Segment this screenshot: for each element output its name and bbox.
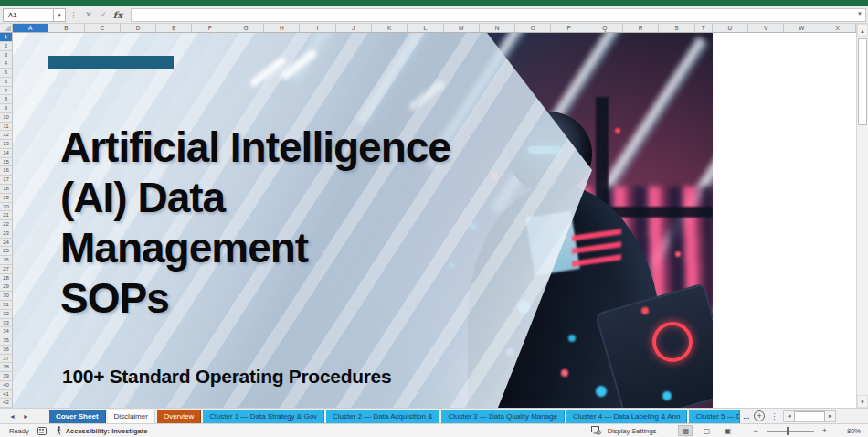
row-header-14[interactable]: 14 — [0, 149, 13, 158]
row-header-11[interactable]: 11 — [0, 123, 13, 132]
column-header-L[interactable]: L — [408, 24, 443, 33]
sheet-tab-cluster-5-d[interactable]: Cluster 5 — D — [689, 410, 740, 423]
row-header-41[interactable]: 41 — [0, 390, 13, 400]
column-header-P[interactable]: P — [551, 24, 587, 33]
column-header-G[interactable]: G — [228, 24, 264, 33]
row-header-10[interactable]: 10 — [0, 113, 13, 123]
column-header-F[interactable]: F — [192, 24, 228, 33]
row-header-9[interactable]: 9 — [0, 104, 13, 113]
macro-record-icon[interactable] — [37, 427, 47, 435]
row-header-23[interactable]: 23 — [0, 229, 13, 239]
column-header-H[interactable]: H — [264, 24, 300, 33]
row-header-29[interactable]: 29 — [0, 282, 13, 292]
row-header-33[interactable]: 33 — [0, 319, 13, 328]
row-header-19[interactable]: 19 — [0, 194, 13, 203]
row-header-15[interactable]: 15 — [0, 158, 13, 167]
sheet-tab-cluster-1-data-strategy-gov[interactable]: Cluster 1 — Data Strategy & Gov — [203, 410, 324, 423]
sheet-tab-cluster-2-data-acquisition[interactable]: Cluster 2 — Data Acquisition & — [326, 410, 439, 423]
select-all-button[interactable] — [0, 24, 13, 33]
horizontal-scrollbar[interactable]: ◄ ► — [783, 410, 836, 422]
zoom-slider[interactable] — [767, 431, 814, 432]
row-header-37[interactable]: 37 — [0, 355, 13, 364]
column-header-K[interactable]: K — [372, 24, 408, 33]
cancel-icon[interactable]: ✕ — [81, 10, 96, 19]
page-break-view-icon[interactable]: ▣ — [720, 425, 735, 436]
vertical-scrollbar[interactable]: ▲ ▼ — [856, 24, 868, 408]
row-header-7[interactable]: 7 — [0, 87, 13, 96]
row-header-42[interactable]: 42 — [0, 399, 13, 408]
grid-canvas[interactable]: Artificial Intelligence (AI) Data Manage… — [13, 33, 856, 408]
row-header-31[interactable]: 31 — [0, 301, 13, 310]
row-header-4[interactable]: 4 — [0, 59, 13, 69]
sheet-nav-left-icon[interactable]: ◄ — [9, 413, 23, 420]
display-settings-label[interactable]: Display Settings — [608, 427, 657, 435]
row-header-24[interactable]: 24 — [0, 239, 13, 248]
column-header-E[interactable]: E — [156, 24, 192, 33]
row-header-5[interactable]: 5 — [0, 69, 13, 78]
column-header-O[interactable]: O — [515, 24, 551, 33]
row-header-21[interactable]: 21 — [0, 211, 13, 220]
sheet-tab-cover-sheet[interactable]: Cover Sheet — [49, 410, 106, 423]
sheet-tab-overview[interactable]: Overview — [157, 410, 201, 423]
insert-function-icon[interactable]: fx — [111, 10, 125, 20]
zoom-in-icon[interactable]: + — [822, 426, 827, 435]
name-box[interactable]: A1 — [3, 8, 54, 22]
name-box-dropdown-icon[interactable]: ▼ — [54, 8, 66, 22]
row-header-17[interactable]: 17 — [0, 176, 13, 185]
row-header-27[interactable]: 27 — [0, 265, 13, 274]
row-header-36[interactable]: 36 — [0, 346, 13, 355]
column-header-W[interactable]: W — [784, 24, 820, 33]
column-header-T[interactable]: T — [695, 24, 713, 33]
accessibility-icon[interactable] — [55, 426, 63, 435]
column-header-U[interactable]: U — [713, 24, 748, 33]
row-header-16[interactable]: 16 — [0, 166, 13, 176]
tab-bar-menu-icon[interactable]: ⋮ — [770, 412, 778, 421]
horizontal-scroll-thumb[interactable] — [794, 411, 825, 421]
formula-bar-expand-icon[interactable]: ▼ — [857, 11, 863, 16]
row-header-32[interactable]: 32 — [0, 310, 13, 319]
page-layout-view-icon[interactable]: ▢ — [699, 425, 714, 436]
zoom-slider-thumb[interactable] — [787, 427, 789, 435]
column-header-D[interactable]: D — [121, 24, 156, 33]
row-header-26[interactable]: 26 — [0, 256, 13, 265]
column-header-M[interactable]: M — [444, 24, 480, 33]
row-header-35[interactable]: 35 — [0, 336, 13, 346]
row-header-30[interactable]: 30 — [0, 292, 13, 301]
normal-view-icon[interactable]: ▦ — [678, 425, 693, 436]
column-header-I[interactable]: I — [300, 24, 335, 33]
sheet-tab-cluster-4-data-labeling-ann[interactable]: Cluster 4 — Data Labeling & Ann — [566, 410, 687, 423]
enter-icon[interactable]: ✓ — [96, 10, 111, 19]
column-header-A[interactable]: A — [13, 24, 48, 33]
tab-overflow-indicator[interactable]: ... — [743, 412, 749, 421]
column-header-S[interactable]: S — [659, 24, 694, 33]
row-header-20[interactable]: 20 — [0, 203, 13, 212]
accessibility-status-label[interactable]: Accessibility: Investigate — [66, 427, 148, 435]
scroll-up-icon[interactable]: ▲ — [857, 24, 868, 37]
row-header-39[interactable]: 39 — [0, 372, 13, 381]
column-header-C[interactable]: C — [85, 24, 121, 33]
column-header-X[interactable]: X — [820, 24, 856, 33]
scroll-right-icon[interactable]: ► — [825, 411, 835, 421]
sheet-nav-right-icon[interactable]: ► — [23, 413, 37, 420]
row-header-6[interactable]: 6 — [0, 78, 13, 87]
row-header-34[interactable]: 34 — [0, 327, 13, 336]
new-sheet-button[interactable]: + — [754, 410, 765, 421]
column-header-N[interactable]: N — [480, 24, 515, 33]
row-header-3[interactable]: 3 — [0, 51, 13, 60]
row-header-8[interactable]: 8 — [0, 95, 13, 104]
sheet-tab-disclaimer[interactable]: Disclaimer — [108, 410, 155, 423]
scroll-left-icon[interactable]: ◄ — [784, 411, 794, 421]
display-settings-icon[interactable] — [591, 426, 601, 435]
row-header-38[interactable]: 38 — [0, 363, 13, 372]
row-header-40[interactable]: 40 — [0, 381, 13, 390]
column-header-V[interactable]: V — [748, 24, 784, 33]
zoom-level-label[interactable]: 80% — [847, 427, 861, 435]
vertical-scroll-thumb[interactable] — [858, 38, 867, 125]
column-header-R[interactable]: R — [623, 24, 659, 33]
row-header-13[interactable]: 13 — [0, 140, 13, 149]
column-header-Q[interactable]: Q — [587, 24, 623, 33]
sheet-tab-cluster-3-data-quality-manage[interactable]: Cluster 3 — Data Quality Manage — [441, 410, 565, 423]
column-header-B[interactable]: B — [48, 24, 84, 33]
row-header-22[interactable]: 22 — [0, 220, 13, 229]
scroll-down-icon[interactable]: ▼ — [857, 395, 868, 408]
